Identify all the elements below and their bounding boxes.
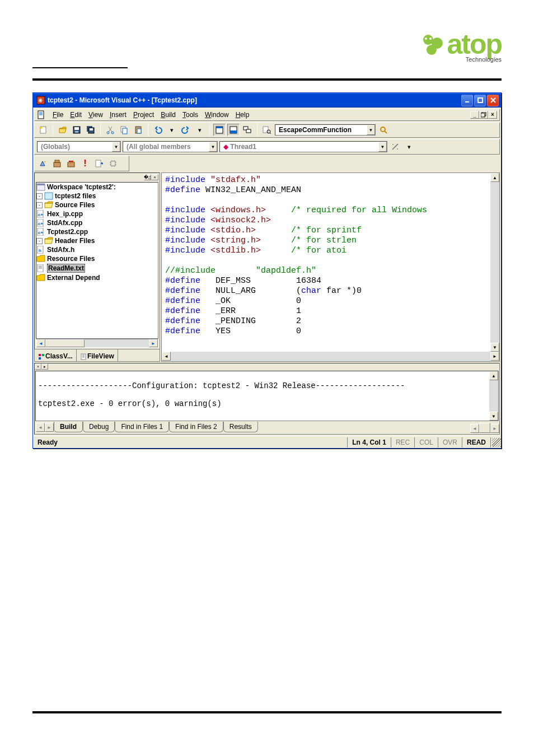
menu-build[interactable]: Build: [157, 110, 179, 120]
scroll-right-icon[interactable]: ►: [490, 352, 499, 361]
go-button[interactable]: [93, 157, 105, 170]
svg-point-35: [381, 127, 385, 132]
app-icon: ✳: [36, 96, 45, 105]
svg-point-3: [425, 38, 427, 40]
tree-file[interactable]: StdAfx.cpp: [47, 219, 82, 227]
tree-hscrollbar[interactable]: ◄ ►: [36, 339, 158, 348]
tree-file[interactable]: StdAfx.h: [47, 246, 74, 254]
workspace-window-button[interactable]: [213, 124, 226, 136]
compile-button[interactable]: [37, 157, 49, 170]
output-body[interactable]: --------------------Configuration: tcpte…: [35, 371, 499, 421]
undo-dropdown[interactable]: ▾: [166, 124, 178, 136]
dropdown-icon[interactable]: ▼: [367, 125, 375, 135]
scroll-down-icon[interactable]: ▼: [490, 343, 499, 352]
copy-button[interactable]: [118, 124, 130, 136]
output-window-button[interactable]: [227, 124, 240, 136]
status-ready: Ready: [33, 437, 348, 447]
maximize-button[interactable]: [474, 95, 486, 106]
open-button[interactable]: [57, 124, 69, 136]
resize-grip[interactable]: [492, 438, 501, 447]
stop-build-button[interactable]: [65, 157, 77, 170]
folder-open-icon: [44, 237, 53, 245]
collapse-icon[interactable]: -: [36, 202, 43, 208]
members-combo[interactable]: (All global members ▼: [123, 141, 218, 152]
output-dock-button[interactable]: ▸: [41, 363, 48, 370]
output-hscroll-left[interactable]: ◄: [470, 424, 479, 433]
find-in-files-button[interactable]: [261, 124, 273, 136]
redo-dropdown[interactable]: ▾: [194, 124, 206, 136]
collapse-icon[interactable]: -: [36, 193, 43, 199]
menu-help[interactable]: Help: [232, 110, 253, 120]
tab-fileview[interactable]: FileView: [77, 349, 118, 361]
dropdown-icon[interactable]: ▼: [209, 142, 217, 152]
editor-hscrollbar[interactable]: ◄ ►: [162, 352, 499, 361]
mdi-restore-button[interactable]: [479, 111, 488, 119]
pane-close-button[interactable]: ×: [151, 174, 158, 180]
output-vscrollbar[interactable]: ▲ ▼: [489, 371, 498, 421]
find-combo[interactable]: EscapeCommFunction ▼: [275, 124, 376, 136]
minimize-button[interactable]: [461, 95, 473, 106]
paste-button[interactable]: [132, 124, 144, 136]
mdi-minimize-button[interactable]: _: [470, 111, 479, 119]
scroll-right-icon[interactable]: ►: [149, 339, 158, 347]
menu-view[interactable]: View: [85, 110, 106, 120]
scroll-up-icon[interactable]: ▲: [490, 173, 499, 182]
function-combo[interactable]: ◆ Thread1 ▼: [219, 141, 387, 152]
tree-file[interactable]: Tcptest2.cpp: [47, 228, 88, 236]
dropdown-icon[interactable]: ▼: [112, 142, 120, 152]
insert-breakpoint-button[interactable]: [107, 157, 119, 170]
menu-project[interactable]: Project: [130, 110, 157, 120]
cut-button[interactable]: [104, 124, 116, 136]
scope-combo[interactable]: (Globals) ▼: [37, 141, 121, 152]
dropdown-icon[interactable]: ▼: [378, 142, 387, 152]
menu-window[interactable]: Window: [202, 110, 232, 120]
scroll-up-icon[interactable]: ▲: [489, 371, 498, 380]
dock-button[interactable]: �△: [144, 174, 151, 180]
output-tab-find1[interactable]: Find in Files 1: [115, 422, 169, 432]
code-editor[interactable]: #include "stdafx.h" #define WIN32_LEAN_A…: [161, 172, 500, 362]
svg-rect-58: [42, 354, 44, 356]
scope-combo-value: (Globals): [38, 143, 112, 151]
output-close-button[interactable]: ×: [35, 363, 41, 370]
scroll-thumb[interactable]: [45, 339, 85, 347]
menu-file[interactable]: File: [49, 110, 67, 120]
new-text-button[interactable]: [37, 124, 49, 136]
output-tab-results[interactable]: Results: [223, 422, 258, 432]
output-tab-build[interactable]: Build: [54, 422, 83, 432]
find-button[interactable]: [377, 124, 390, 136]
tree-file[interactable]: ReadMe.txt: [47, 264, 85, 273]
cpp-file-icon: c+: [36, 210, 45, 218]
workspace-tree[interactable]: Workspace 'tcptest2': -tcptest2 files -S…: [36, 182, 158, 339]
output-hscroll-right[interactable]: ►: [490, 424, 499, 433]
redo-button[interactable]: [180, 124, 192, 136]
svg-point-39: [44, 161, 45, 162]
wizard-dropdown[interactable]: ▾: [403, 141, 415, 153]
close-button[interactable]: [487, 95, 499, 106]
menu-edit[interactable]: Edit: [67, 110, 85, 120]
scroll-down-icon[interactable]: ▼: [489, 412, 498, 421]
titlebar[interactable]: ✳ tcptest2 - Microsoft Visual C++ - [Tcp…: [33, 93, 501, 108]
tab-classview[interactable]: ClassV...: [35, 349, 77, 361]
tree-file[interactable]: Hex_ip.cpp: [47, 210, 83, 218]
build-button[interactable]: [51, 157, 63, 170]
svg-text:✳: ✳: [38, 97, 43, 104]
save-button[interactable]: [71, 124, 83, 136]
scroll-left-icon[interactable]: ◄: [162, 352, 171, 361]
output-tab-find2[interactable]: Find in Files 2: [169, 422, 223, 432]
text-file-icon: [36, 264, 45, 272]
editor-vscrollbar[interactable]: ▲ ▼: [490, 173, 499, 352]
svg-text:h: h: [39, 248, 41, 253]
output-tab-debug[interactable]: Debug: [83, 422, 115, 432]
save-all-button[interactable]: [85, 124, 97, 136]
wizard-action-button[interactable]: [389, 141, 401, 153]
execute-button[interactable]: !: [79, 157, 91, 170]
editor-body[interactable]: #include "stdafx.h" #define WIN32_LEAN_A…: [162, 173, 499, 361]
menu-insert[interactable]: Insert: [106, 110, 130, 120]
collapse-icon[interactable]: -: [36, 238, 43, 244]
undo-button[interactable]: [152, 124, 164, 136]
function-combo-value: Thread1: [230, 143, 256, 151]
scroll-left-icon[interactable]: ◄: [36, 339, 45, 347]
menu-tools[interactable]: Tools: [179, 110, 202, 120]
window-list-button[interactable]: [241, 124, 254, 136]
mdi-close-button[interactable]: ×: [488, 111, 497, 119]
